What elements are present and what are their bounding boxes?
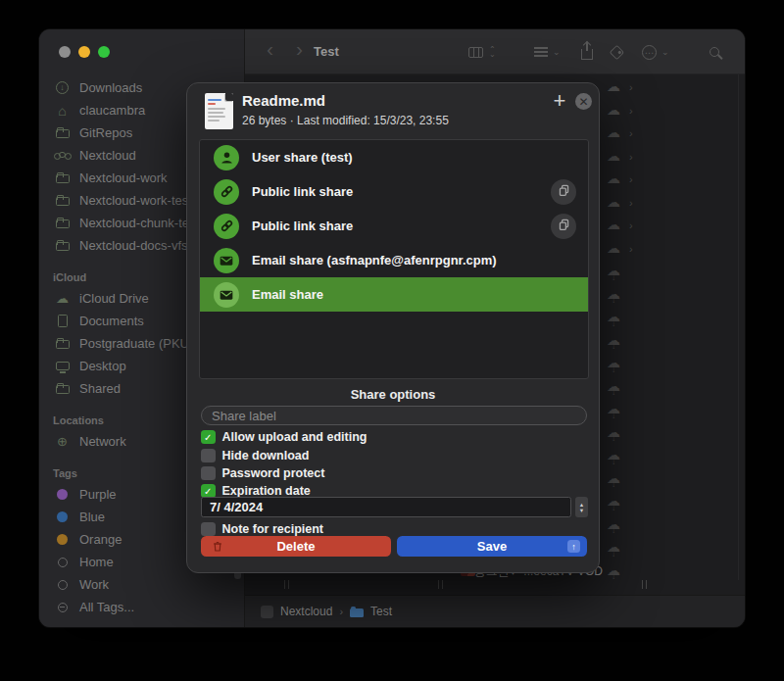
- minimize-window-button[interactable]: [78, 46, 90, 58]
- column-resize-handle[interactable]: [284, 580, 289, 589]
- cloud-download-icon[interactable]: ☁: [605, 540, 622, 554]
- sidebar-item-label: Documents: [79, 314, 144, 328]
- cloud-status-icon[interactable]: ☁: [605, 195, 622, 209]
- cloud-icon: ☁: [53, 291, 72, 307]
- disclosure-chevron-icon[interactable]: ›: [629, 219, 633, 231]
- share-row-label: Public link share: [252, 184, 353, 199]
- cloud-download-icon[interactable]: ☁: [605, 264, 622, 277]
- copy-link-button[interactable]: [551, 214, 576, 239]
- share-row-email-share-asfnapnfe-afenrpgnr-cpm[interactable]: Email share (asfnapnfe@afenrpgnr.cpm): [200, 243, 588, 277]
- link-share-icon: [214, 214, 239, 239]
- search-button[interactable]: [710, 29, 719, 74]
- path-item-test[interactable]: Test: [370, 605, 392, 618]
- expiration-date-input[interactable]: [201, 497, 571, 517]
- cloud-status-icon[interactable]: ☁: [605, 79, 622, 93]
- close-window-button[interactable]: [59, 46, 71, 58]
- cloud-download-icon[interactable]: ☁: [605, 563, 622, 577]
- add-share-button[interactable]: +: [548, 89, 571, 113]
- disclosure-chevron-icon[interactable]: ›: [629, 173, 633, 185]
- folder-icon: [53, 193, 72, 209]
- sidebar-item-work[interactable]: Work: [39, 573, 244, 596]
- chevron-down-icon: ⌄: [662, 47, 669, 57]
- cloud-download-icon[interactable]: ☁: [605, 287, 622, 301]
- share-toolbar-button[interactable]: [581, 29, 593, 74]
- share-label-input[interactable]: [201, 406, 587, 425]
- clipboard-icon: [558, 183, 570, 201]
- path-item-nextcloud[interactable]: Nextcloud: [280, 605, 332, 618]
- folder-icon: [53, 238, 72, 254]
- checkbox-label: Password protect: [222, 466, 325, 480]
- save-button[interactable]: Save ↑: [397, 536, 587, 557]
- cloud-download-icon[interactable]: ☁: [605, 517, 622, 531]
- cloud-download-icon[interactable]: ☁: [605, 494, 622, 508]
- sidebar-item-label: claucambra: [79, 103, 145, 118]
- email-share-icon: [214, 282, 239, 308]
- link-share-icon: [214, 179, 239, 205]
- disclosure-chevron-icon[interactable]: ›: [629, 197, 633, 209]
- cloud-download-icon[interactable]: ☁: [605, 356, 622, 369]
- cloud-status-icon[interactable]: ☁: [605, 241, 622, 255]
- delete-button[interactable]: Delete: [201, 536, 391, 557]
- share-dialog: Readme.md 26 bytes · Last modified: 15/3…: [186, 82, 600, 573]
- sidebar-item-label: Postgraduate (PKU): [79, 336, 193, 351]
- disclosure-chevron-icon[interactable]: ›: [629, 127, 633, 139]
- checkbox-hide-download[interactable]: [201, 449, 216, 463]
- checkbox-row-allow-upload-and-editing: ✓Allow upload and editing: [201, 428, 367, 446]
- view-columns-button[interactable]: ⌃⌄: [468, 29, 496, 74]
- folder-icon: [53, 170, 72, 186]
- date-stepper[interactable]: ▲▼: [575, 497, 588, 517]
- share-row-user-share-test[interactable]: User share (test): [200, 140, 588, 174]
- share-row-public-link-share[interactable]: Public link share: [200, 209, 588, 243]
- sidebar-item-label: Desktop: [79, 359, 126, 373]
- disclosure-chevron-icon[interactable]: ›: [629, 105, 633, 117]
- cloud-download-icon[interactable]: ☁: [605, 425, 622, 439]
- sidebar-item-label: Orange: [79, 532, 122, 547]
- sidebar-item-label: Nextcloud-work: [79, 170, 168, 185]
- cloud-status-icon[interactable]: ☁: [605, 103, 622, 117]
- cloud-download-icon[interactable]: ☁: [605, 310, 622, 323]
- email-share-icon: [214, 248, 239, 273]
- cloud-status-icon[interactable]: ☁: [605, 218, 622, 231]
- path-separator: ›: [339, 606, 343, 617]
- share-row-email-share[interactable]: Email share: [200, 277, 588, 312]
- cloud-download-icon[interactable]: ☁: [605, 379, 622, 393]
- document-icon: [53, 314, 72, 329]
- cloud-download-icon[interactable]: ☁: [605, 471, 622, 485]
- disclosure-chevron-icon[interactable]: ›: [629, 243, 633, 255]
- column-divider: [738, 74, 739, 580]
- traffic-lights: [59, 46, 110, 58]
- share-row-label: User share (test): [252, 150, 353, 165]
- column-resize-handle[interactable]: [438, 580, 443, 589]
- checkbox-password-protect[interactable]: [201, 466, 216, 481]
- share-row-public-link-share[interactable]: Public link share: [200, 174, 588, 209]
- clipboard-icon: [558, 218, 570, 235]
- back-button[interactable]: ‹: [267, 37, 273, 61]
- ellipsis-circle-icon: …: [642, 45, 657, 60]
- columns-view-icon: [468, 47, 483, 58]
- sidebar-item-all-tags[interactable]: All Tags...: [39, 596, 244, 618]
- cloud-download-icon[interactable]: ☁: [605, 333, 622, 347]
- cloud-status-icon[interactable]: ☁: [605, 125, 622, 139]
- group-by-button[interactable]: ⌄: [534, 29, 561, 74]
- close-dialog-button[interactable]: ✕: [575, 93, 592, 110]
- tag-color-dot: [53, 487, 72, 503]
- tags-toolbar-button[interactable]: [612, 29, 622, 74]
- file-name: Readme.md: [242, 92, 325, 109]
- column-resize-handle[interactable]: [642, 580, 647, 589]
- file-meta: 26 bytes · Last modified: 15/3/23, 23:55: [242, 114, 449, 127]
- cloud-download-icon[interactable]: ☁: [605, 402, 622, 415]
- checkbox-note-for-recipient[interactable]: [201, 522, 216, 537]
- disclosure-chevron-icon[interactable]: ›: [629, 151, 633, 163]
- checkbox-allow-upload-and-editing[interactable]: ✓: [201, 430, 216, 445]
- cloud-status-icon[interactable]: ☁: [605, 149, 622, 163]
- share-row-label: Email share (asfnapnfe@afenrpgnr.cpm): [252, 253, 497, 268]
- cloud-download-icon[interactable]: ☁: [605, 448, 622, 462]
- copy-link-button[interactable]: [551, 179, 576, 205]
- cloud-status-icon[interactable]: ☁: [605, 171, 622, 185]
- forward-button[interactable]: ›: [296, 37, 303, 61]
- delete-label: Delete: [276, 539, 315, 554]
- share-icon: [581, 49, 593, 60]
- more-options-button[interactable]: … ⌄: [642, 29, 669, 74]
- disclosure-chevron-icon[interactable]: ›: [629, 81, 633, 93]
- zoom-window-button[interactable]: [98, 46, 110, 58]
